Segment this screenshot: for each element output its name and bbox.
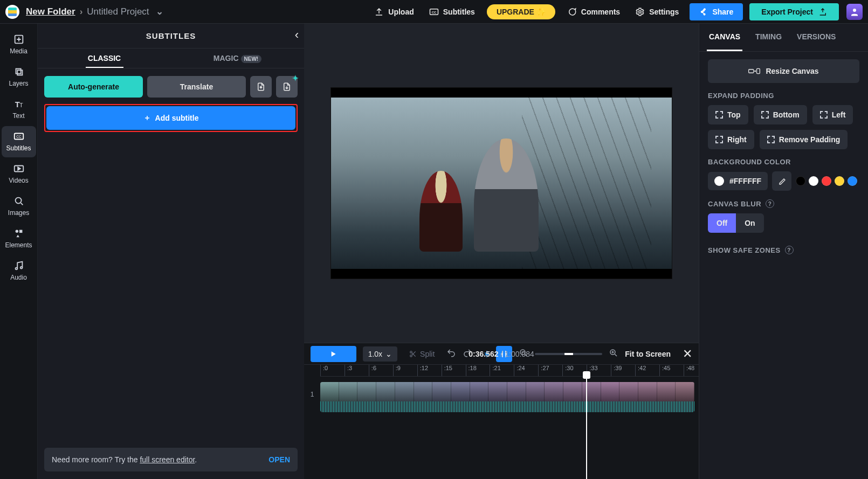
share-button[interactable]: Share [690,3,743,20]
help-icon[interactable]: ? [785,246,794,254]
user-avatar[interactable] [846,4,863,20]
pad-remove-icon [767,136,775,143]
rail-elements[interactable]: Elements [2,223,36,254]
ruler-tick: :9 [393,365,401,376]
tab-magic[interactable]: MAGICNEW! [171,48,304,68]
subtitles-top-button[interactable]: CC Subtitles [422,4,483,20]
svg-text:CC: CC [431,11,436,14]
breadcrumb-folder[interactable]: New Folder [26,6,75,17]
file-import-icon [256,82,266,92]
rail-images[interactable]: Images [2,191,36,222]
collapse-panel-icon[interactable]: ‹ [295,28,299,42]
breadcrumb: New Folder › Untitled Project ⌄ [26,6,163,17]
chevron-down-icon[interactable]: ⌄ [156,6,163,17]
auto-generate-button[interactable]: Auto-generate [44,76,143,98]
undo-button[interactable] [446,348,456,359]
open-fullscreen-button[interactable]: OPEN [268,455,290,464]
play-button[interactable] [311,346,356,362]
rail-videos[interactable]: Videos [2,158,36,190]
split-button: Split [404,346,440,362]
app-logo[interactable] [5,5,19,19]
video-track[interactable] [320,382,694,412]
file-export-icon [282,82,292,92]
music-icon [13,260,25,272]
pad-left-button[interactable]: Left [812,105,853,124]
playback-speed[interactable]: 1.0x⌄ [363,346,397,362]
pad-right-icon [715,136,723,143]
svg-rect-6 [17,70,22,75]
svg-rect-22 [757,68,760,73]
tab-timing[interactable]: TIMING [753,24,784,51]
blur-on-button[interactable]: On [736,213,763,233]
color-swatch[interactable] [809,176,818,186]
bg-color-value[interactable]: #FFFFFF [708,172,768,190]
export-button[interactable]: Export Project [749,3,839,20]
inspector-panel: CANVAS TIMING VERSIONS Resize Canvas EXP… [699,24,868,479]
breadcrumb-sep: › [80,6,83,17]
upgrade-button[interactable]: UPGRADE ✨ [487,4,555,19]
close-timeline-button[interactable]: ✕ [683,347,692,361]
upload-button[interactable]: Upload [367,4,421,20]
ruler-tick: :30 [562,365,573,376]
import-subtitles-button[interactable] [250,76,272,98]
plus-box-icon [13,33,25,45]
rail-subtitles[interactable]: CCSubtitles [2,126,36,157]
color-swatch[interactable] [822,176,831,186]
rail-text[interactable]: TTText [2,94,36,125]
cc-icon: CC [429,7,439,17]
add-subtitle-highlight: ＋ Add subtitle [44,104,298,132]
help-icon[interactable]: ? [766,199,774,208]
rail-media[interactable]: Media [2,29,36,60]
remove-padding-button[interactable]: Remove Padding [760,130,848,149]
pad-bottom-button[interactable]: Bottom [754,105,807,124]
ruler-tick: :18 [466,365,477,376]
nav-rail: Media Layers TTText CCSubtitles Videos I… [0,24,38,479]
comment-icon [567,7,577,17]
safe-zones-title: SHOW SAFE ZONES? [708,246,859,254]
fullscreen-editor-link[interactable]: full screen editor [140,455,195,464]
tab-canvas[interactable]: CANVAS [707,24,742,51]
add-subtitle-button[interactable]: ＋ Add subtitle [46,106,295,130]
timeline-ruler[interactable]: :0:3:6:9:12:15:18:21:24:27:30:33:39:42:4… [320,365,699,377]
pad-top-button[interactable]: Top [708,105,748,124]
translate-button[interactable]: Translate [147,76,246,98]
settings-button[interactable]: Settings [628,4,686,20]
breadcrumb-project[interactable]: Untitled Project [87,6,149,17]
pad-bottom-icon [761,111,769,119]
color-swatch[interactable] [835,176,844,186]
blur-off-button[interactable]: Off [708,213,736,233]
canvas-preview[interactable] [304,24,699,343]
fit-to-screen-button[interactable]: Fit to Screen [625,350,671,358]
color-swatch[interactable] [796,176,805,186]
pad-right-button[interactable]: Right [708,130,754,149]
zoom-in-button[interactable] [609,348,618,359]
zoom-thumb[interactable] [564,353,573,355]
playhead[interactable] [586,377,587,479]
text-icon: TT [13,98,25,110]
svg-point-15 [15,268,17,270]
tab-versions[interactable]: VERSIONS [795,24,838,51]
rail-audio[interactable]: Audio [2,255,36,287]
ruler-tick: :12 [417,365,428,376]
svg-rect-14 [19,230,22,233]
fullscreen-hint: Need more room? Try the full screen edit… [44,448,298,471]
rail-layers[interactable]: Layers [2,61,36,93]
svg-text:CC: CC [16,135,22,138]
eyedropper-button[interactable] [772,171,791,191]
timeline-time: 0:36.562 / 1:00.084 [469,350,534,358]
resize-canvas-button[interactable]: Resize Canvas [708,59,859,83]
chevron-down-icon: ⌄ [385,350,392,358]
blur-toggle: Off On [708,213,764,233]
comments-button[interactable]: Comments [560,4,628,20]
export-subtitles-button[interactable]: ✦ [276,76,298,98]
color-swatch[interactable] [848,176,857,186]
zoom-slider[interactable] [535,353,602,355]
bg-color-title: BACKGROUND COLOR [708,158,859,166]
svg-point-18 [410,355,412,357]
ruler-tick: :48 [684,365,694,376]
ruler-tick: :21 [490,365,500,376]
ruler-tick: :3 [345,365,352,376]
tab-classic[interactable]: CLASSIC [38,48,171,68]
svg-point-2 [639,10,642,13]
video-frame [330,87,672,279]
